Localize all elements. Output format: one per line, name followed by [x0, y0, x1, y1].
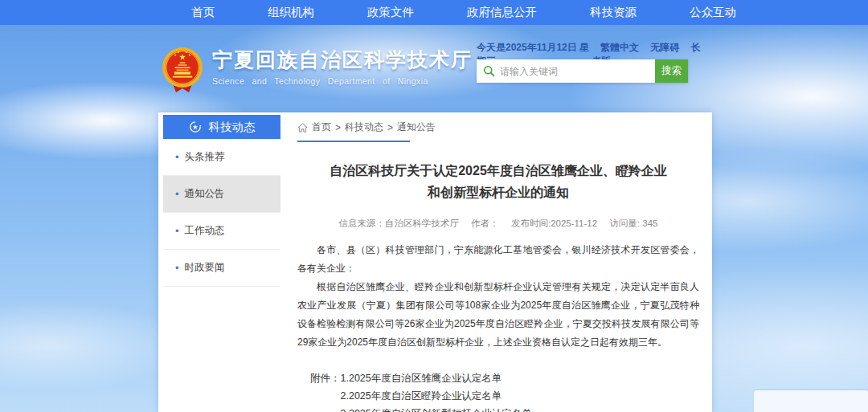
search-input-wrap	[477, 59, 655, 83]
attachment-link-1[interactable]: 1.2025年度自治区雏鹰企业认定名单	[341, 369, 532, 387]
link-traditional-chinese[interactable]: 繁體中文	[600, 42, 639, 53]
article-meta: 信息来源：自治区科学技术厅 作者： 发布时间:2025-11-12 访问量: 3…	[297, 218, 699, 230]
sidebar-item-label: 通知公告	[185, 187, 225, 201]
top-navigation: 首页 组织机构 政策文件 政府信息公开 科技资源 公众互动	[0, 0, 868, 25]
attachment-link-2[interactable]: 2.2025年度自治区瞪羚企业认定名单	[341, 387, 532, 405]
attachments: 附件： 1.2025年度自治区雏鹰企业认定名单 2.2025年度自治区瞪羚企业认…	[310, 369, 699, 412]
nav-item-sci-tech-resources[interactable]: 科技资源	[563, 0, 663, 25]
sidebar-item-work-trends[interactable]: • 工作动态	[163, 213, 280, 250]
search-bar: 搜索	[477, 59, 688, 83]
sidebar-item-current-politics[interactable]: • 时政要闻	[163, 250, 280, 287]
sidebar-item-label: 头条推荐	[185, 150, 225, 164]
breadcrumb: 首页 > 科技动态 > 通知公告	[297, 120, 699, 134]
attachment-link-3[interactable]: 3.2025年度自治区创新型标杆企业认定名单	[341, 405, 532, 412]
search-icon	[483, 65, 495, 77]
bullet-icon: •	[175, 189, 179, 199]
bottom-right-panel	[754, 390, 868, 412]
article-title: 自治区科技厅关于认定2025年度自治区雏鹰企业、瞪羚企业 和创新型标杆企业的通知	[297, 160, 699, 203]
breadcrumb-home[interactable]: 首页	[312, 120, 331, 134]
search-input[interactable]	[500, 66, 649, 77]
sidebar-item-notices[interactable]: • 通知公告	[163, 176, 280, 213]
sidebar-title: 科技动态	[209, 120, 256, 135]
article-title-line2: 和创新型标杆企业的通知	[297, 182, 699, 203]
meta-publish-time: 发布时间:2025-11-12	[511, 218, 597, 228]
paragraph: 各市、县（区）科技管理部门，宁东能源化工基地管委会，银川经济技术开发区管委会，各…	[297, 241, 699, 278]
search-button[interactable]: 搜索	[655, 59, 688, 83]
nav-item-gov-info-disclosure[interactable]: 政府信息公开	[440, 0, 563, 25]
main-content-panel: 科技动态 • 头条推荐 • 通知公告 • 工作动态 • 时政要闻 首页 > 科技…	[158, 112, 712, 412]
article-title-line1: 自治区科技厅关于认定2025年度自治区雏鹰企业、瞪羚企业	[297, 160, 699, 182]
site-title[interactable]: 宁夏回族自治区科学技术厅	[212, 46, 473, 73]
article-column: 首页 > 科技动态 > 通知公告 自治区科技厅关于认定2025年度自治区雏鹰企业…	[297, 120, 699, 412]
sidebar: 科技动态 • 头条推荐 • 通知公告 • 工作动态 • 时政要闻	[163, 115, 280, 287]
meta-views: 访问量: 345	[609, 218, 657, 228]
masthead: 宁夏回族自治区科学技术厅 Science and Technology Depa…	[160, 46, 473, 99]
sidebar-item-headline[interactable]: • 头条推荐	[163, 139, 280, 176]
nav-item-home[interactable]: 首页	[165, 0, 241, 25]
circled-star-icon	[189, 120, 202, 133]
breadcrumb-separator: >	[335, 122, 341, 133]
paragraph: 根据自治区雏鹰企业、瞪羚企业和创新型标杆企业认定管理有关规定，决定认定半亩良人农…	[297, 278, 699, 352]
breadcrumb-notices[interactable]: 通知公告	[397, 120, 436, 134]
nav-item-public-interaction[interactable]: 公众互动	[663, 0, 763, 25]
link-accessibility[interactable]: 无障碍	[650, 42, 679, 53]
attachments-label: 附件：	[310, 369, 341, 412]
breadcrumb-sci-tech-news[interactable]: 科技动态	[345, 120, 383, 134]
national-emblem-icon	[160, 46, 205, 99]
nav-item-policy-documents[interactable]: 政策文件	[341, 0, 440, 25]
site-subtitle: Science and Technology Department of Nin…	[212, 76, 473, 86]
home-icon	[297, 123, 308, 133]
nav-item-organization[interactable]: 组织机构	[241, 0, 341, 25]
sidebar-item-label: 时政要闻	[185, 261, 225, 275]
bullet-icon: •	[175, 226, 179, 236]
breadcrumb-separator: >	[387, 122, 393, 133]
sidebar-header: 科技动态	[163, 115, 280, 139]
meta-author: 作者：	[471, 218, 499, 228]
sidebar-item-label: 工作动态	[185, 224, 225, 238]
breadcrumb-underline	[297, 141, 410, 142]
bullet-icon: •	[175, 263, 179, 273]
meta-source: 信息来源：自治区科学技术厅	[339, 218, 460, 228]
bullet-icon: •	[175, 152, 179, 162]
article-body: 各市、县（区）科技管理部门，宁东能源化工基地管委会，银川经济技术开发区管委会，各…	[297, 241, 699, 352]
